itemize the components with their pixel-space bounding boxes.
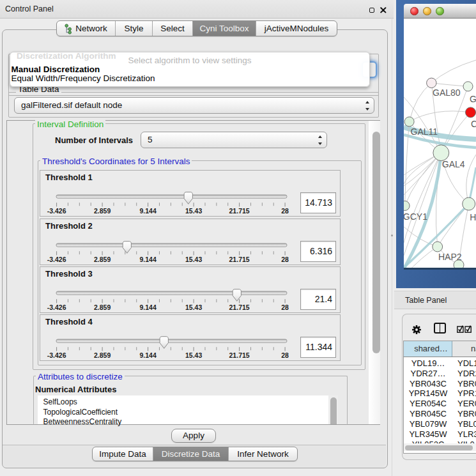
svg-text:21.715: 21.715 [229, 207, 250, 215]
svg-text:2.859: 2.859 [94, 207, 111, 215]
svg-text:21.715: 21.715 [229, 256, 250, 263]
svg-text:9.144: 9.144 [139, 207, 156, 215]
svg-text:GA: GA [470, 94, 476, 104]
svg-text:2.859: 2.859 [94, 303, 111, 311]
svg-text:C: C [471, 119, 476, 129]
svg-text:-3.426: -3.426 [47, 351, 66, 359]
svg-text:15.43: 15.43 [185, 351, 202, 359]
svg-text:GCY1: GCY1 [404, 211, 427, 222]
svg-text:-3.426: -3.426 [47, 256, 66, 263]
svg-text:9.144: 9.144 [139, 303, 156, 311]
svg-text:2.859: 2.859 [94, 351, 111, 359]
svg-text:21.715: 21.715 [229, 303, 250, 311]
svg-text:H: H [470, 212, 476, 222]
svg-text:-3.426: -3.426 [47, 207, 66, 215]
svg-text:28: 28 [281, 351, 289, 359]
svg-text:28: 28 [281, 207, 289, 215]
svg-text:GAL4: GAL4 [442, 159, 465, 169]
svg-text:15.43: 15.43 [185, 303, 202, 311]
svg-text:28: 28 [281, 303, 289, 311]
svg-text:GAL80: GAL80 [433, 88, 461, 98]
svg-text:9.144: 9.144 [139, 256, 156, 263]
svg-text:15.43: 15.43 [185, 256, 202, 263]
svg-text:15.43: 15.43 [185, 207, 202, 215]
svg-text:-3.426: -3.426 [47, 303, 66, 311]
svg-text:21.715: 21.715 [229, 351, 250, 359]
svg-text:GAL11: GAL11 [411, 127, 438, 137]
svg-text:9.144: 9.144 [139, 351, 156, 359]
svg-text:HAP2: HAP2 [438, 252, 462, 262]
svg-text:28: 28 [281, 256, 289, 263]
svg-text:2.859: 2.859 [94, 256, 111, 263]
